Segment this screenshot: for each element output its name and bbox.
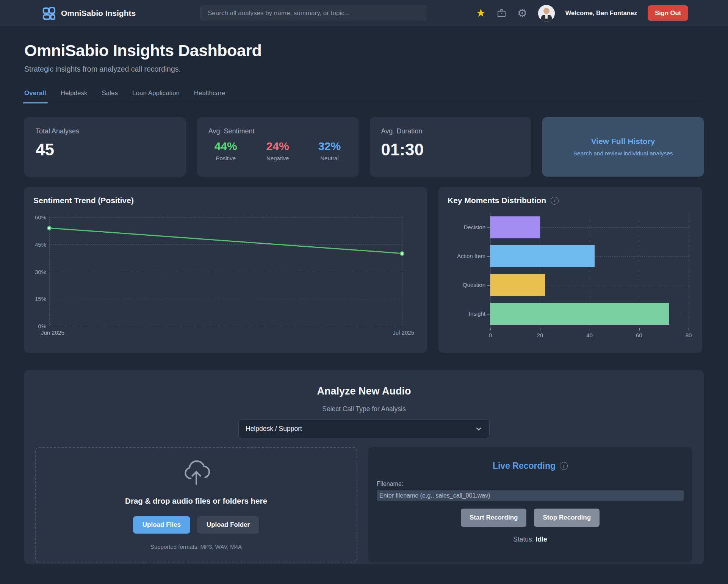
app-logo-icon <box>42 6 56 20</box>
category-label: Insight <box>451 310 485 317</box>
status-label: Status: <box>513 535 534 543</box>
main-content: OmniSabio Insights Dashboard Strategic i… <box>0 41 728 564</box>
x-tick-mark <box>689 328 689 330</box>
sentiment-label: Neutral <box>318 155 341 161</box>
y-tick-mark <box>487 285 490 286</box>
chart-bar-action-item <box>490 245 595 267</box>
sentiment-value: 24% <box>266 140 289 153</box>
sentiment-value: 44% <box>214 140 237 153</box>
total-analyses-card: Total Analyses 45 <box>24 117 186 177</box>
data-point <box>400 251 404 256</box>
y-tick-label: 0% <box>38 323 46 329</box>
x-tick-mark <box>490 328 491 330</box>
sentiment-label: Positive <box>214 155 237 161</box>
y-tick-mark <box>487 227 490 228</box>
category-label: Question <box>451 282 485 288</box>
sentiment-breakdown: 44%Positive24%Negative32%Neutral <box>208 140 347 161</box>
drag-drop-zone[interactable]: Drag & drop audio files or folders here … <box>35 447 357 562</box>
category-label: Decision <box>451 224 485 231</box>
y-tick-label: 15% <box>35 296 46 302</box>
tab-overall[interactable]: Overall <box>24 89 46 103</box>
bar-chart-plot: 020406080 <box>490 213 689 328</box>
x-tick-label: 20 <box>537 332 543 338</box>
avg-duration-card: Avg. Duration 01:30 <box>370 117 531 177</box>
sentiment-item-positive: 44%Positive <box>214 140 237 161</box>
y-tick-mark <box>487 314 490 315</box>
tab-loan-application[interactable]: Loan Application <box>132 89 180 103</box>
tab-healthcare[interactable]: Healthcare <box>194 89 225 103</box>
sentiment-item-negative: 24%Negative <box>266 140 289 161</box>
filename-label: Filename: <box>377 481 684 487</box>
x-tick-label: 40 <box>586 332 593 338</box>
settings-gear-icon[interactable]: ⚙ <box>517 8 528 19</box>
page-subtitle: Strategic insights from analyzed call re… <box>24 65 704 74</box>
y-tick-label: 30% <box>35 268 46 275</box>
charts-row: Sentiment Trend (Positive) 60%45%30%15%0… <box>24 187 704 353</box>
sentiment-value: 32% <box>318 140 341 153</box>
stop-recording-button[interactable]: Stop Recording <box>534 509 600 527</box>
stat-value: 01:30 <box>381 140 520 159</box>
cloud-upload-icon <box>180 457 213 490</box>
supported-formats-text: Supported formats: MP3, WAV, M4A <box>150 543 242 550</box>
chart-bar-question <box>490 274 545 296</box>
info-icon[interactable]: i <box>560 462 568 470</box>
x-tick-mark <box>639 328 640 330</box>
chart-title: Key Moments Distribution <box>448 196 546 205</box>
h-gridline <box>49 326 402 326</box>
info-icon[interactable]: i <box>551 197 559 205</box>
brand: OmniSabio Insights <box>42 6 136 20</box>
history-title: View Full History <box>591 137 655 146</box>
analyze-new-audio-section: Analyze New Audio Select Call Type for A… <box>24 370 704 564</box>
welcome-text: Welcome, Ben Fontanez <box>565 9 637 17</box>
category-tabs: OverallHelpdeskSalesLoan ApplicationHeal… <box>24 89 704 103</box>
call-type-select[interactable]: Helpdesk / Support <box>238 420 490 438</box>
user-avatar[interactable] <box>538 5 555 22</box>
upload-files-button[interactable]: Upload Files <box>133 516 190 534</box>
search-input[interactable] <box>200 5 427 21</box>
upload-folder-button[interactable]: Upload Folder <box>197 516 259 534</box>
view-full-history-card[interactable]: View Full History Search and review indi… <box>542 117 704 177</box>
favorites-star-icon[interactable]: ★ <box>476 8 486 19</box>
call-type-select-label: Select Call Type for Analysis <box>35 405 693 413</box>
status-value: Idle <box>536 535 547 543</box>
sentiment-label: Negative <box>266 155 289 161</box>
live-recording-title: Live Recording <box>493 461 556 471</box>
v-gridline <box>402 217 402 326</box>
line-chart-plot: Jun 2025Jul 2025 <box>49 217 402 326</box>
sentiment-trend-chart: Sentiment Trend (Positive) 60%45%30%15%0… <box>24 187 427 353</box>
stat-label: Avg. Duration <box>381 127 520 135</box>
stat-value: 45 <box>36 140 174 159</box>
chevron-down-icon <box>475 425 482 433</box>
chart-title: Sentiment Trend (Positive) <box>33 196 134 205</box>
x-tick-label: 60 <box>636 332 642 338</box>
key-moments-chart: Key Moments Distribution i DecisionActio… <box>438 187 702 353</box>
y-tick-mark <box>487 256 490 257</box>
history-subtitle: Search and review individual analyses <box>573 150 673 157</box>
call-type-selected-value: Helpdesk / Support <box>246 425 302 433</box>
y-tick-label: 60% <box>35 214 46 221</box>
tab-sales[interactable]: Sales <box>102 89 118 103</box>
stats-row: Total Analyses 45 Avg. Sentiment 44%Posi… <box>24 117 704 177</box>
sentiment-item-neutral: 32%Neutral <box>318 140 341 161</box>
x-tick-label: 0 <box>489 332 492 338</box>
chart-bar-insight <box>490 303 669 325</box>
analyze-title: Analyze New Audio <box>35 385 693 397</box>
bar-chart-y-axis: DecisionAction ItemQuestionInsight <box>448 213 490 328</box>
category-label: Action Item <box>451 253 485 260</box>
stat-label: Avg. Sentiment <box>208 127 347 135</box>
tab-helpdesk[interactable]: Helpdesk <box>61 89 88 103</box>
sign-out-button[interactable]: Sign Out <box>648 5 688 21</box>
v-gridline <box>689 213 689 328</box>
trend-line <box>49 217 402 326</box>
top-navbar: OmniSabio Insights ★ ⚙ Welcome, Ben Font… <box>0 0 728 26</box>
upload-panels: Drag & drop audio files or folders here … <box>35 447 693 562</box>
avg-sentiment-card: Avg. Sentiment 44%Positive24%Negative32%… <box>197 117 359 177</box>
briefcase-icon[interactable] <box>496 8 507 18</box>
y-tick-label: 45% <box>35 241 46 247</box>
x-tick-mark <box>540 328 541 330</box>
line-chart-y-axis: 60%45%30%15%0% <box>33 217 49 326</box>
stat-label: Total Analyses <box>36 127 174 135</box>
start-recording-button[interactable]: Start Recording <box>461 509 527 527</box>
x-tick-mark <box>590 328 590 330</box>
filename-input[interactable] <box>377 490 684 501</box>
